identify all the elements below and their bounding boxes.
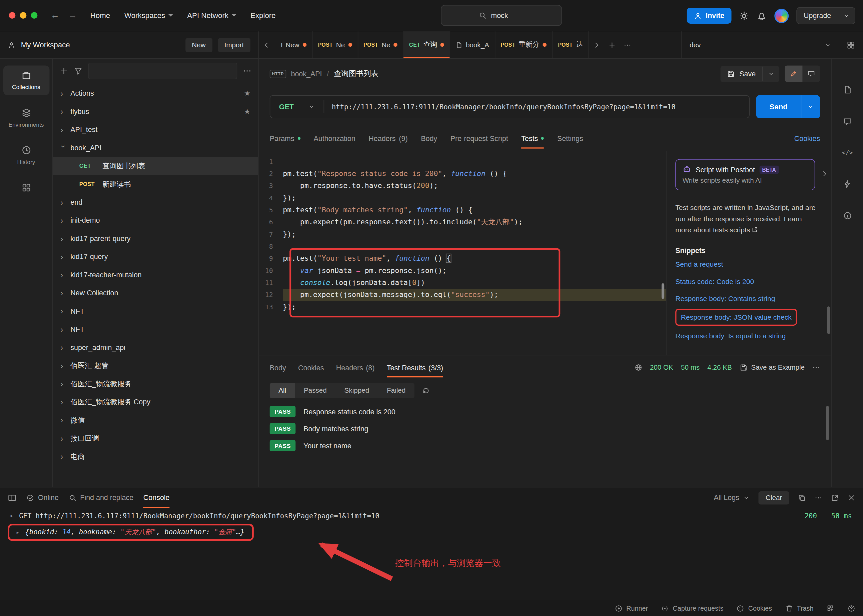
expand-triangle-icon[interactable]: ▸ (10, 512, 14, 519)
filter-segment[interactable]: Passed (295, 383, 336, 398)
zoom-window-button[interactable] (31, 12, 37, 19)
cookies-link[interactable]: Cookies (794, 134, 820, 142)
request-tab[interactable]: T New (274, 31, 313, 58)
chevron-right-icon[interactable]: › (61, 216, 66, 225)
save-button[interactable]: Save (721, 66, 779, 82)
panel-layout-icon[interactable] (8, 493, 16, 502)
chevron-right-icon[interactable]: › (61, 107, 66, 116)
chevron-right-icon[interactable]: › (61, 306, 66, 315)
chevron-right-icon[interactable]: › (61, 379, 66, 388)
snippet-link[interactable]: Response body: Is equal to a string (675, 327, 822, 344)
refresh-icon[interactable] (422, 387, 430, 394)
tests-scripts-link[interactable]: tests scripts (713, 226, 750, 234)
info-icon[interactable] (843, 211, 852, 220)
upgrade-button[interactable]: Upgrade (796, 7, 855, 24)
close-console-icon[interactable] (848, 493, 855, 501)
chevron-right-icon[interactable]: › (61, 234, 66, 243)
collection-item[interactable]: › kid17-teacher-mutaion ★ (53, 266, 258, 284)
collection-item[interactable]: › 微信 ★ (53, 411, 258, 429)
chevron-right-icon[interactable]: › (61, 434, 66, 442)
help-button[interactable] (848, 604, 855, 612)
tests-code-editor[interactable]: 1 2 pm.test("Response status code is 200… (259, 151, 666, 355)
test-result-row[interactable]: PASS Body matches string (270, 423, 820, 434)
forward-arrow-icon[interactable]: → (68, 10, 77, 20)
chevron-right-icon[interactable]: › (61, 252, 66, 261)
sidebar-search-input[interactable] (93, 67, 233, 75)
filter-icon[interactable] (74, 67, 82, 75)
comments-button[interactable] (802, 65, 820, 82)
collection-item[interactable]: › GET 查询图书列表 ★ (53, 157, 258, 174)
code-line[interactable]: 6 pm.expect(pm.response.text()).to.inclu… (259, 216, 666, 228)
console-more-button[interactable] (815, 493, 822, 501)
filter-segment[interactable]: All (270, 383, 295, 398)
rename-pencil-button[interactable] (785, 65, 803, 82)
test-result-row[interactable]: PASS Your test name (270, 440, 820, 451)
log-level-filter[interactable]: All Logs (714, 493, 750, 502)
console-json-output-boxed[interactable]: ▸ {bookid: 14, bookname: "天龙八部", bookaut… (8, 524, 254, 541)
breadcrumb-parent[interactable]: book_API (291, 70, 322, 78)
sidebar-item-more-apps[interactable] (3, 178, 49, 197)
chevron-right-icon[interactable]: › (61, 198, 66, 206)
request-config-tab[interactable]: Body (421, 125, 437, 151)
code-line[interactable]: 12 pm.expect(jsonData.message).to.eql("s… (259, 289, 666, 301)
star-icon[interactable]: ★ (244, 107, 250, 116)
chevron-right-icon[interactable]: › (61, 125, 66, 134)
sidebar-item-environments[interactable]: Environments (3, 103, 49, 133)
helper-scrollbar[interactable] (827, 306, 830, 334)
save-options-caret[interactable] (762, 67, 779, 81)
chevron-right-icon[interactable]: › (61, 416, 66, 424)
request-tab[interactable]: POST Ne (358, 31, 404, 58)
request-tab[interactable]: POST 重新分 (495, 31, 553, 58)
back-arrow-icon[interactable]: ← (51, 10, 59, 20)
response-tab[interactable]: Headers (8) (336, 355, 375, 380)
collection-item[interactable]: › flybus ★ (53, 102, 258, 120)
sidebar-item-history[interactable]: History (3, 140, 49, 170)
request-tab[interactable]: GET 查询 (404, 31, 451, 58)
collection-item[interactable]: › 佰医汇-超管 ★ (53, 357, 258, 375)
environment-quick-look-button[interactable] (838, 31, 863, 58)
response-tab[interactable]: Test Results (3/3) (387, 355, 443, 380)
chevron-right-icon[interactable]: › (61, 289, 66, 297)
chevron-right-icon[interactable]: › (61, 361, 66, 370)
chevron-right-icon[interactable]: › (61, 325, 66, 334)
close-window-button[interactable] (9, 12, 15, 19)
code-line[interactable]: 9 pm.test("Your test name", function () … (259, 253, 666, 265)
collection-item[interactable]: › POST 新建读书 ★ (53, 175, 258, 193)
network-globe-icon[interactable] (635, 364, 642, 371)
save-as-example-button[interactable]: Save as Example (740, 364, 805, 371)
find-and-replace-button[interactable]: Find and replace (69, 487, 134, 508)
sidebar-search[interactable] (88, 63, 237, 79)
response-tab[interactable]: Body (270, 355, 286, 380)
expand-triangle-icon[interactable]: ▸ (16, 529, 20, 536)
code-line[interactable]: 5 pm.test("Body matches string", functio… (259, 204, 666, 216)
postbot-bolt-icon[interactable] (843, 179, 852, 188)
collection-item[interactable]: › Actions ★ (53, 84, 258, 102)
collection-item[interactable]: › New Collection ★ (53, 284, 258, 302)
collection-item[interactable]: › 佰医汇_物流微服务 Copy ★ (53, 393, 258, 411)
collection-item[interactable]: › 佰医汇_物流微服务 ★ (53, 375, 258, 393)
environment-caret[interactable] (818, 42, 838, 48)
request-config-tab[interactable]: Tests (521, 125, 544, 151)
code-snippet-icon[interactable]: </> (842, 149, 853, 156)
editor-scrollbar[interactable] (662, 283, 664, 299)
code-line[interactable]: 2 pm.test("Response status code is 200",… (259, 168, 666, 180)
request-url-input[interactable]: http://111.231.6.117:9111/BookManager/bo… (324, 103, 683, 111)
copy-icon[interactable] (798, 493, 806, 501)
response-tab[interactable]: Cookies (298, 355, 324, 380)
collection-item[interactable]: › kid17-parent-query ★ (53, 229, 258, 247)
invite-button[interactable]: Invite (687, 8, 732, 24)
chevron-right-icon[interactable]: › (61, 270, 66, 279)
sidebar-more-button[interactable] (243, 67, 252, 75)
upgrade-caret[interactable] (838, 9, 855, 23)
snippet-link[interactable]: Send a request (675, 256, 822, 273)
code-line[interactable]: 10 var jsonData = pm.response.json(); (259, 265, 666, 277)
request-tab[interactable]: POST Ne (313, 31, 358, 58)
documentation-icon[interactable] (843, 85, 852, 94)
collection-item[interactable]: › super_admin_api ★ (53, 338, 258, 356)
new-tab-button[interactable] (604, 31, 619, 58)
chevron-right-icon[interactable]: › (61, 89, 66, 97)
request-config-tab[interactable]: Headers (9) (368, 125, 407, 151)
console-request-line[interactable]: ▸ GET http://111.231.6.117:9111/BookMana… (0, 508, 863, 523)
response-scrollbar[interactable] (826, 406, 828, 440)
collection-item[interactable]: › kid17-query ★ (53, 248, 258, 266)
